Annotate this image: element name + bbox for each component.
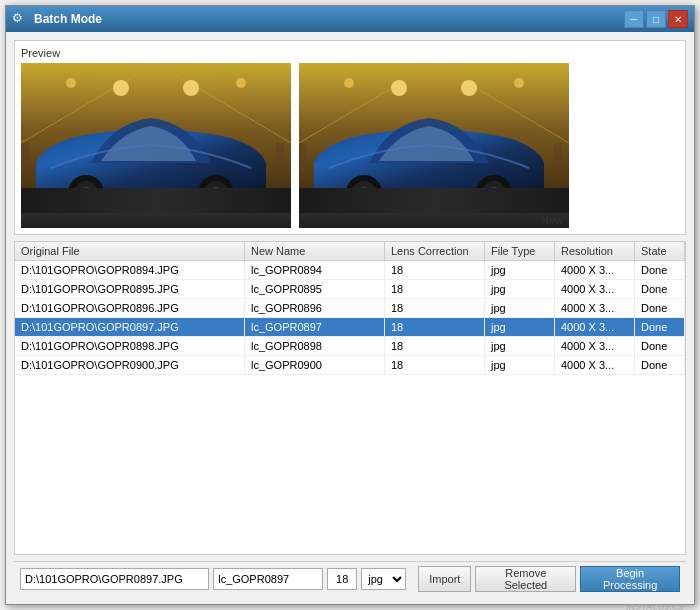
table-cell: 18 — [385, 280, 485, 298]
svg-rect-19 — [276, 143, 284, 163]
col-header-original: Original File — [15, 242, 245, 260]
close-button[interactable]: ✕ — [668, 10, 688, 28]
window-title: Batch Mode — [34, 12, 624, 26]
table-row[interactable]: D:\101GOPRO\GOPR0897.JPGlc_GOPR089718jpg… — [15, 318, 685, 337]
svg-point-16 — [204, 181, 228, 205]
svg-point-26 — [514, 78, 524, 88]
table-cell: 18 — [385, 337, 485, 355]
original-image-container: Original — [21, 63, 291, 228]
begin-processing-button[interactable]: Begin Processing — [580, 566, 680, 592]
svg-point-31 — [358, 187, 370, 199]
remove-selected-button[interactable]: Remove Selected — [475, 566, 576, 592]
table-cell: Done — [635, 299, 685, 317]
table-cell: lc_GOPR0898 — [245, 337, 385, 355]
new-image-container: New — [299, 63, 569, 228]
table-cell: Done — [635, 337, 685, 355]
table-cell: 18 — [385, 318, 485, 336]
svg-point-25 — [344, 78, 354, 88]
table-row[interactable]: D:\101GOPRO\GOPR0895.JPGlc_GOPR089518jpg… — [15, 280, 685, 299]
table-cell: jpg — [485, 318, 555, 336]
col-header-newname: New Name — [245, 242, 385, 260]
lens-value-input[interactable] — [327, 568, 357, 590]
table-cell: lc_GOPR0900 — [245, 356, 385, 374]
svg-rect-27 — [299, 198, 569, 228]
svg-rect-10 — [21, 203, 291, 208]
table-cell: D:\101GOPRO\GOPR0896.JPG — [15, 299, 245, 317]
table-cell: lc_GOPR0897 — [245, 318, 385, 336]
table-cell: lc_GOPR0895 — [245, 280, 385, 298]
title-bar: ⚙ Batch Mode ─ □ ✕ — [6, 6, 694, 32]
svg-point-17 — [210, 187, 222, 199]
col-header-lens: Lens Correction — [385, 242, 485, 260]
maximize-button[interactable]: □ — [646, 10, 666, 28]
svg-rect-9 — [21, 198, 291, 228]
new-preview-image — [299, 63, 569, 228]
table-row[interactable]: D:\101GOPRO\GOPR0894.JPGlc_GOPR089418jpg… — [15, 261, 685, 280]
table-row[interactable]: D:\101GOPRO\GOPR0898.JPGlc_GOPR089818jpg… — [15, 337, 685, 356]
window-icon: ⚙ — [12, 11, 28, 27]
table-cell: jpg — [485, 299, 555, 317]
svg-point-5 — [113, 80, 129, 96]
footer-buttons: Import Remove Selected Begin Processing — [418, 566, 680, 592]
batch-mode-window: ⚙ Batch Mode ─ □ ✕ Preview — [5, 5, 695, 605]
table-cell: Done — [635, 356, 685, 374]
table-cell: 18 — [385, 356, 485, 374]
table-cell: lc_GOPR0896 — [245, 299, 385, 317]
svg-point-32 — [476, 175, 512, 211]
import-button[interactable]: Import — [418, 566, 471, 592]
table-row[interactable]: D:\101GOPRO\GOPR0900.JPGlc_GOPR090018jpg… — [15, 356, 685, 375]
svg-point-12 — [68, 175, 104, 211]
table-cell: jpg — [485, 261, 555, 279]
table-cell: 4000 X 3... — [555, 337, 635, 355]
table-cell: 18 — [385, 261, 485, 279]
svg-point-24 — [461, 80, 477, 96]
svg-point-14 — [80, 187, 92, 199]
window-content: Preview — [6, 32, 694, 604]
preview-images-container: Original — [21, 63, 679, 228]
window-controls: ─ □ ✕ — [624, 10, 688, 28]
preview-section: Preview — [14, 40, 686, 235]
svg-point-8 — [236, 78, 246, 88]
table-cell: 4000 X 3... — [555, 280, 635, 298]
svg-point-23 — [391, 80, 407, 96]
table-cell: Done — [635, 280, 685, 298]
table-cell: D:\101GOPRO\GOPR0898.JPG — [15, 337, 245, 355]
table-cell: Done — [635, 318, 685, 336]
svg-rect-18 — [21, 143, 29, 163]
svg-point-29 — [346, 175, 382, 211]
table-cell: lc_GOPR0894 — [245, 261, 385, 279]
svg-point-13 — [74, 181, 98, 205]
table-cell: D:\101GOPRO\GOPR0900.JPG — [15, 356, 245, 374]
svg-rect-35 — [299, 143, 307, 163]
table-cell: D:\101GOPRO\GOPR0897.JPG — [15, 318, 245, 336]
table-cell: 4000 X 3... — [555, 299, 635, 317]
table-cell: 4000 X 3... — [555, 356, 635, 374]
table-header: Original File New Name Lens Correction F… — [15, 242, 685, 261]
table-cell: jpg — [485, 337, 555, 355]
col-header-filetype: File Type — [485, 242, 555, 260]
svg-point-34 — [488, 187, 500, 199]
table-cell: jpg — [485, 356, 555, 374]
original-preview-image — [21, 63, 291, 228]
selected-file-path-input[interactable] — [20, 568, 209, 590]
table-cell: jpg — [485, 280, 555, 298]
new-label: New — [541, 214, 563, 226]
file-type-select[interactable]: jpg png tiff — [361, 568, 406, 590]
table-row[interactable]: D:\101GOPRO\GOPR0896.JPGlc_GOPR089618jpg… — [15, 299, 685, 318]
svg-point-15 — [198, 175, 234, 211]
table-body[interactable]: D:\101GOPRO\GOPR0894.JPGlc_GOPR089418jpg… — [15, 261, 685, 554]
table-cell: D:\101GOPRO\GOPR0894.JPG — [15, 261, 245, 279]
table-cell: 4000 X 3... — [555, 318, 635, 336]
col-header-state: State — [635, 242, 685, 260]
svg-point-7 — [66, 78, 76, 88]
col-header-resolution: Resolution — [555, 242, 635, 260]
svg-point-30 — [352, 181, 376, 205]
preview-label: Preview — [21, 47, 679, 59]
minimize-button[interactable]: ─ — [624, 10, 644, 28]
bottom-bar: jpg png tiff Import Remove Selected Begi… — [14, 561, 686, 596]
new-name-input[interactable] — [213, 568, 323, 590]
table-cell: 18 — [385, 299, 485, 317]
watermark: INSTALUJ.CZ — [626, 602, 684, 610]
svg-rect-36 — [554, 143, 562, 163]
svg-point-33 — [482, 181, 506, 205]
